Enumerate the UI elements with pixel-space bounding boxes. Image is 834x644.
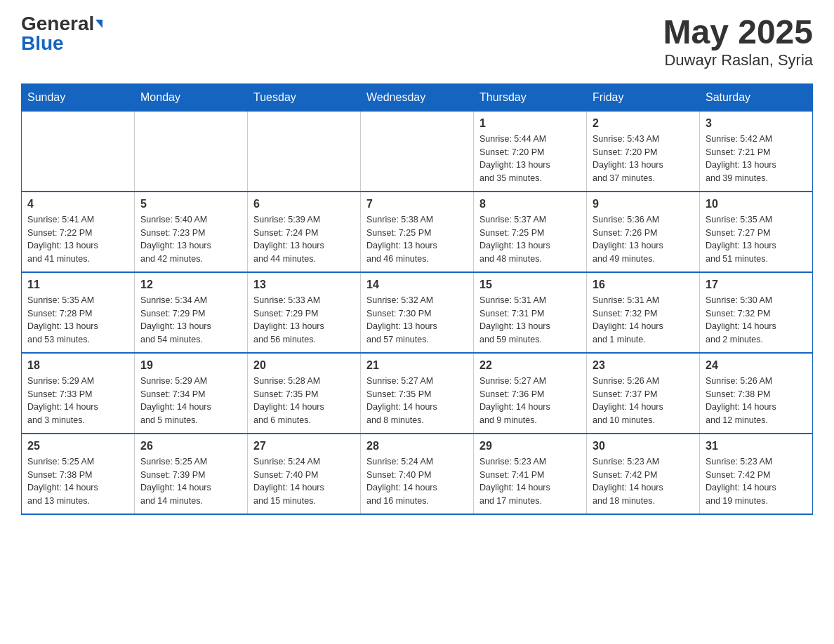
calendar-day-25: 25Sunrise: 5:25 AM Sunset: 7:38 PM Dayli… [22, 434, 135, 514]
calendar-empty-cell [361, 111, 474, 192]
day-info: Sunrise: 5:37 AM Sunset: 7:25 PM Dayligh… [479, 213, 581, 266]
calendar-day-2: 2Sunrise: 5:43 AM Sunset: 7:20 PM Daylig… [587, 111, 700, 192]
day-number: 26 [140, 440, 241, 452]
calendar-day-16: 16Sunrise: 5:31 AM Sunset: 7:32 PM Dayli… [587, 272, 700, 353]
title-area: May 2025 Duwayr Raslan, Syria [663, 14, 814, 69]
day-number: 12 [140, 279, 241, 291]
day-info: Sunrise: 5:36 AM Sunset: 7:26 PM Dayligh… [593, 213, 694, 266]
day-info: Sunrise: 5:24 AM Sunset: 7:40 PM Dayligh… [253, 455, 355, 508]
day-number: 8 [479, 198, 581, 210]
day-number: 24 [706, 359, 807, 372]
day-info: Sunrise: 5:25 AM Sunset: 7:39 PM Dayligh… [140, 455, 241, 508]
calendar-empty-cell [135, 111, 248, 192]
day-number: 22 [479, 359, 581, 372]
calendar-day-9: 9Sunrise: 5:36 AM Sunset: 7:26 PM Daylig… [587, 192, 700, 272]
day-number: 17 [706, 279, 807, 291]
weekday-header-thursday: Thursday [474, 83, 587, 111]
month-year-title: May 2025 [663, 14, 814, 51]
calendar-week-row: 11Sunrise: 5:35 AM Sunset: 7:28 PM Dayli… [22, 272, 813, 353]
day-number: 27 [253, 440, 355, 452]
calendar-day-31: 31Sunrise: 5:23 AM Sunset: 7:42 PM Dayli… [700, 434, 813, 514]
day-info: Sunrise: 5:32 AM Sunset: 7:30 PM Dayligh… [366, 294, 468, 347]
calendar-day-20: 20Sunrise: 5:28 AM Sunset: 7:35 PM Dayli… [248, 353, 361, 434]
calendar-empty-cell [248, 111, 361, 192]
day-number: 30 [593, 440, 694, 452]
day-number: 28 [366, 440, 468, 452]
calendar-day-10: 10Sunrise: 5:35 AM Sunset: 7:27 PM Dayli… [700, 192, 813, 272]
calendar-day-30: 30Sunrise: 5:23 AM Sunset: 7:42 PM Dayli… [587, 434, 700, 514]
day-info: Sunrise: 5:25 AM Sunset: 7:38 PM Dayligh… [27, 455, 128, 508]
logo-arrow-icon [95, 20, 102, 28]
calendar-day-3: 3Sunrise: 5:42 AM Sunset: 7:21 PM Daylig… [700, 111, 813, 192]
day-info: Sunrise: 5:23 AM Sunset: 7:42 PM Dayligh… [706, 455, 807, 508]
day-number: 13 [253, 279, 355, 291]
logo-general-text: General [21, 14, 94, 34]
weekday-header-tuesday: Tuesday [248, 83, 361, 111]
day-info: Sunrise: 5:43 AM Sunset: 7:20 PM Dayligh… [593, 133, 694, 185]
calendar-day-26: 26Sunrise: 5:25 AM Sunset: 7:39 PM Dayli… [135, 434, 248, 514]
day-number: 25 [27, 440, 128, 452]
day-number: 2 [593, 117, 694, 130]
day-number: 10 [706, 198, 807, 210]
day-number: 21 [366, 359, 468, 372]
calendar-day-17: 17Sunrise: 5:30 AM Sunset: 7:32 PM Dayli… [700, 272, 813, 353]
calendar-week-row: 4Sunrise: 5:41 AM Sunset: 7:22 PM Daylig… [22, 192, 813, 272]
day-info: Sunrise: 5:41 AM Sunset: 7:22 PM Dayligh… [27, 213, 128, 266]
day-number: 15 [479, 279, 581, 291]
calendar-day-18: 18Sunrise: 5:29 AM Sunset: 7:33 PM Dayli… [22, 353, 135, 434]
calendar-day-5: 5Sunrise: 5:40 AM Sunset: 7:23 PM Daylig… [135, 192, 248, 272]
calendar-day-8: 8Sunrise: 5:37 AM Sunset: 7:25 PM Daylig… [474, 192, 587, 272]
day-number: 9 [593, 198, 694, 210]
day-info: Sunrise: 5:29 AM Sunset: 7:33 PM Dayligh… [27, 375, 128, 427]
calendar-day-6: 6Sunrise: 5:39 AM Sunset: 7:24 PM Daylig… [248, 192, 361, 272]
day-number: 14 [366, 279, 468, 291]
day-info: Sunrise: 5:33 AM Sunset: 7:29 PM Dayligh… [253, 294, 355, 347]
day-info: Sunrise: 5:23 AM Sunset: 7:42 PM Dayligh… [593, 455, 694, 508]
logo-blue-text: Blue [21, 34, 64, 53]
day-info: Sunrise: 5:42 AM Sunset: 7:21 PM Dayligh… [706, 133, 807, 185]
page-header: General Blue May 2025 Duwayr Raslan, Syr… [21, 14, 813, 69]
day-info: Sunrise: 5:35 AM Sunset: 7:27 PM Dayligh… [706, 213, 807, 266]
calendar-day-19: 19Sunrise: 5:29 AM Sunset: 7:34 PM Dayli… [135, 353, 248, 434]
day-number: 16 [593, 279, 694, 291]
day-number: 1 [479, 117, 581, 130]
calendar-day-4: 4Sunrise: 5:41 AM Sunset: 7:22 PM Daylig… [22, 192, 135, 272]
calendar-day-11: 11Sunrise: 5:35 AM Sunset: 7:28 PM Dayli… [22, 272, 135, 353]
calendar-day-23: 23Sunrise: 5:26 AM Sunset: 7:37 PM Dayli… [587, 353, 700, 434]
weekday-header-monday: Monday [135, 83, 248, 111]
day-info: Sunrise: 5:26 AM Sunset: 7:37 PM Dayligh… [593, 375, 694, 427]
calendar-body: 1Sunrise: 5:44 AM Sunset: 7:20 PM Daylig… [22, 111, 813, 514]
calendar-day-15: 15Sunrise: 5:31 AM Sunset: 7:31 PM Dayli… [474, 272, 587, 353]
weekday-header-row: SundayMondayTuesdayWednesdayThursdayFrid… [22, 83, 813, 111]
day-number: 3 [706, 117, 807, 130]
calendar-day-21: 21Sunrise: 5:27 AM Sunset: 7:35 PM Dayli… [361, 353, 474, 434]
weekday-header-saturday: Saturday [700, 83, 813, 111]
day-info: Sunrise: 5:34 AM Sunset: 7:29 PM Dayligh… [140, 294, 241, 347]
weekday-header-friday: Friday [587, 83, 700, 111]
day-number: 23 [593, 359, 694, 372]
day-number: 7 [366, 198, 468, 210]
day-info: Sunrise: 5:35 AM Sunset: 7:28 PM Dayligh… [27, 294, 128, 347]
calendar-day-14: 14Sunrise: 5:32 AM Sunset: 7:30 PM Dayli… [361, 272, 474, 353]
day-info: Sunrise: 5:31 AM Sunset: 7:31 PM Dayligh… [479, 294, 581, 347]
day-number: 4 [27, 198, 128, 210]
calendar-empty-cell [22, 111, 135, 192]
calendar-day-24: 24Sunrise: 5:26 AM Sunset: 7:38 PM Dayli… [700, 353, 813, 434]
day-number: 11 [27, 279, 128, 291]
day-info: Sunrise: 5:27 AM Sunset: 7:36 PM Dayligh… [479, 375, 581, 427]
calendar-day-27: 27Sunrise: 5:24 AM Sunset: 7:40 PM Dayli… [248, 434, 361, 514]
day-info: Sunrise: 5:28 AM Sunset: 7:35 PM Dayligh… [253, 375, 355, 427]
day-info: Sunrise: 5:30 AM Sunset: 7:32 PM Dayligh… [706, 294, 807, 347]
day-info: Sunrise: 5:24 AM Sunset: 7:40 PM Dayligh… [366, 455, 468, 508]
day-info: Sunrise: 5:26 AM Sunset: 7:38 PM Dayligh… [706, 375, 807, 427]
day-info: Sunrise: 5:27 AM Sunset: 7:35 PM Dayligh… [366, 375, 468, 427]
calendar-day-13: 13Sunrise: 5:33 AM Sunset: 7:29 PM Dayli… [248, 272, 361, 353]
logo: General Blue [21, 14, 102, 53]
day-info: Sunrise: 5:44 AM Sunset: 7:20 PM Dayligh… [479, 133, 581, 185]
day-number: 6 [253, 198, 355, 210]
day-number: 29 [479, 440, 581, 452]
weekday-header-sunday: Sunday [22, 83, 135, 111]
day-info: Sunrise: 5:29 AM Sunset: 7:34 PM Dayligh… [140, 375, 241, 427]
calendar-day-1: 1Sunrise: 5:44 AM Sunset: 7:20 PM Daylig… [474, 111, 587, 192]
location-subtitle: Duwayr Raslan, Syria [663, 51, 814, 69]
